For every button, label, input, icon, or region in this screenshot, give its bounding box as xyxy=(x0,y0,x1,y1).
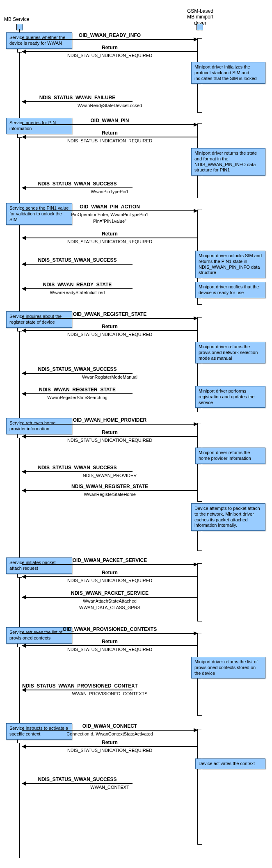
arrow-20 xyxy=(22,576,197,577)
arrow-21 xyxy=(22,597,197,598)
arrow-11 xyxy=(22,318,197,319)
msg-oid-register: OID_WWAN_REGISTER_STATE xyxy=(22,311,197,317)
msg-success-5: NDIS_STATUS_WWAN_SUCCESS xyxy=(22,777,133,782)
arrow-26 xyxy=(22,746,197,747)
msg-ready-state: NDIS_WWAN_READY_STATE xyxy=(22,282,133,288)
note-packet-attach-internal: Device attempts to packet attach to the … xyxy=(191,503,265,531)
arrow-6 xyxy=(22,187,133,188)
msg-searching: WwanRegisterStateSearching xyxy=(22,395,133,400)
activation-right-6 xyxy=(197,563,202,621)
msg-device-locked: WwanReadyStateDeviceLocked xyxy=(22,103,197,108)
msg-provider: NDIS_WWAN_PROVIDER xyxy=(22,473,197,478)
msg-return-4: Return xyxy=(22,324,197,329)
msg-return-5: Return xyxy=(22,429,197,435)
msg-oid-pin: OID_WWAN_PIN xyxy=(22,118,197,123)
arrow-19 xyxy=(22,564,197,565)
note-manual-mode: Miniport driver returns the provisioned … xyxy=(195,342,265,363)
arrow-7 xyxy=(22,210,197,211)
msg-provisioned-contexts: WWAN_PROVISIONED_CONTEXTS xyxy=(22,691,197,696)
msg-indication-4: NDIS_STATUS_INDICATION_REQUIRED xyxy=(22,332,197,337)
msg-success-1: NDIS_STATUS_WWAN_SUCCESS xyxy=(22,181,133,187)
msg-failure: NDIS_STATUS_WWAN_FAILURE xyxy=(22,95,133,101)
msg-oid-connect: OID_WWAN_CONNECT xyxy=(22,723,197,729)
arrow-10 xyxy=(22,288,133,289)
arrow-27 xyxy=(22,783,133,784)
msg-success-2: NDIS_STATUS_WWAN_SUCCESS xyxy=(22,257,133,263)
arrow-5 xyxy=(22,137,197,137)
msg-pin-value: Pin="PIN1value" xyxy=(22,219,197,224)
note-registration: Miniport driver performs registration an… xyxy=(195,386,265,408)
arrow-3 xyxy=(22,101,133,102)
note-home-info: Miniport driver returns the home provide… xyxy=(195,448,265,464)
arrow-16 xyxy=(22,436,197,437)
msg-return-1: Return xyxy=(22,45,197,50)
arrow-25 xyxy=(22,730,197,731)
arrow-9 xyxy=(22,264,133,265)
note-unlock-sim: Miniport driver unlocks SIM and returns … xyxy=(195,251,265,278)
msg-register-state: NDIS_WWAN_REGISTER_STATE xyxy=(22,387,133,393)
msg-ready-init: WwanReadyStateInitialized xyxy=(22,290,133,295)
msg-wwan-context: WWAN_CONTEXT xyxy=(22,785,197,790)
msg-return-7: Return xyxy=(22,639,197,644)
msg-indication-2: NDIS_STATUS_INDICATION_REQUIRED xyxy=(22,138,197,143)
arrow-2 xyxy=(22,51,197,52)
msg-return-3: Return xyxy=(22,231,197,237)
msg-success-4: NDIS_STATUS_WWAN_SUCCESS xyxy=(22,465,133,471)
msg-oid-packet-service: OID_WWAN_PACKET_SERVICE xyxy=(22,557,197,563)
note-pin-info-struct: Miniport driver returns the state and fo… xyxy=(191,148,265,176)
msg-packet-service: NDIS_WWAN_PACKET_SERVICE xyxy=(22,590,197,596)
note-context-list: Miniport driver returns the list of prov… xyxy=(191,657,265,678)
msg-oid-home-provider: OID_WWAN_HOME_PROVIDER xyxy=(22,417,197,423)
msg-indication-8: NDIS_STATUS_INDICATION_REQUIRED xyxy=(22,748,197,753)
note-activate-context: Device activates the context xyxy=(195,758,265,769)
msg-indication-5: NDIS_STATUS_INDICATION_REQUIRED xyxy=(22,438,197,443)
msg-oid-ready-info: OID_WWAN_READY_INFO xyxy=(22,32,197,38)
arrow-1 xyxy=(22,39,197,40)
msg-pin-type: WwanPinTypePin1 xyxy=(22,189,197,194)
arrow-15 xyxy=(22,424,197,425)
arrow-18 xyxy=(22,490,197,491)
arrow-24 xyxy=(22,690,133,690)
msg-pin-action: OID_WWAN_PIN_ACTION xyxy=(22,204,197,210)
arrow-23 xyxy=(22,645,197,646)
diagram-header: MB Service GSM-based MB miniport driver xyxy=(4,4,268,29)
arrow-22 xyxy=(22,633,197,634)
msg-indication-3: NDIS_STATUS_INDICATION_REQUIRED xyxy=(22,239,197,244)
arrow-12 xyxy=(22,330,197,331)
msg-indication-6: NDIS_STATUS_INDICATION_REQUIRED xyxy=(22,578,197,583)
msg-state-home: WwanRegisterStateHome xyxy=(22,492,197,497)
msg-manual-mode: WwanRegisterModeManual xyxy=(22,375,197,379)
activation-right-8 xyxy=(197,729,202,845)
arrow-14 xyxy=(22,393,133,394)
arrow-13 xyxy=(22,373,133,374)
actor-label-right: GSM-based MB miniport driver xyxy=(180,8,221,26)
actor-label-left: MB Service xyxy=(4,16,29,22)
sequence-diagram: Service queries whether the device is re… xyxy=(4,29,268,858)
arrow-17 xyxy=(22,471,133,472)
msg-attach-state: WwanAttachStateAttached xyxy=(22,598,197,603)
msg-return-2: Return xyxy=(22,130,197,136)
msg-provisioned-context: NDIS_STATUS_WWAN_PROVISIONED_CONTEXT xyxy=(22,683,133,689)
msg-register-state-2: NDIS_WWAN_REGISTER_STATE xyxy=(22,484,197,489)
arrow-4 xyxy=(22,124,197,125)
msg-return-8: Return xyxy=(22,740,197,745)
msg-indication-1: NDIS_STATUS_INDICATION_REQUIRED xyxy=(22,53,197,58)
msg-success-3: NDIS_STATUS_WWAN_SUCCESS xyxy=(22,366,133,372)
msg-return-6: Return xyxy=(22,570,197,576)
arrow-8 xyxy=(22,238,197,238)
msg-pin-op-enter: PinOperationEnter, WwanPinTypePin1 xyxy=(22,212,197,217)
note-ready-notify: Miniport driver notifies that the device… xyxy=(195,282,265,298)
msg-oid-provisioned: OID_WWAN_PROVISIONED_CONTEXTS xyxy=(22,626,197,632)
msg-connection-id: ConnectionId, WwanContextStateActivated xyxy=(22,731,197,736)
note-init-protocol: Miniport driver initializes the protocol… xyxy=(191,62,265,84)
msg-indication-7: NDIS_STATUS_INDICATION_REQUIRED xyxy=(22,647,197,652)
msg-data-class: WWAN_DATA_CLASS_GPRS xyxy=(22,605,197,610)
